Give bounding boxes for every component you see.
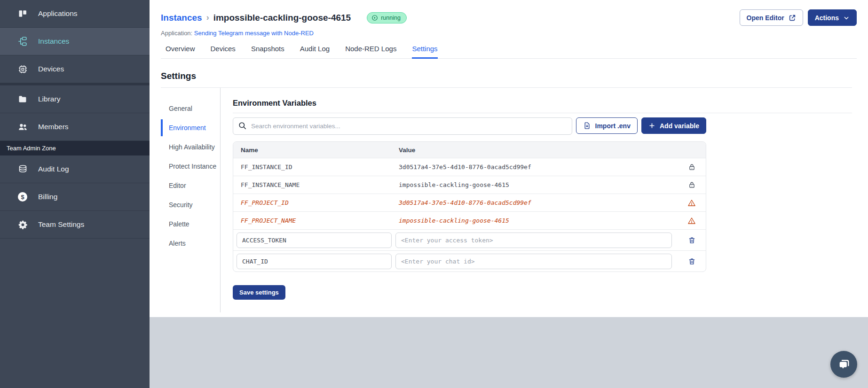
table-header: Name Value	[233, 142, 706, 158]
settings-nav-high-availability[interactable]: High Availability	[161, 139, 220, 155]
database-icon	[17, 164, 28, 174]
sidebar-item-instances[interactable]: Instances	[0, 28, 150, 55]
team-admin-zone-label: Team Admin Zone	[0, 141, 150, 155]
env-name-input[interactable]	[237, 254, 392, 269]
settings-nav-protect-instance[interactable]: Protect Instance	[161, 158, 220, 175]
applications-icon	[17, 8, 28, 19]
trash-icon	[688, 236, 696, 244]
delete-variable-button[interactable]	[687, 235, 697, 245]
settings-nav-palette[interactable]: Palette	[161, 216, 220, 233]
application-label: Application:	[161, 30, 192, 37]
billing-icon: $	[17, 192, 28, 202]
status-badge: running	[367, 12, 407, 23]
page-header: Instances › impossible-cackling-goose-46…	[150, 0, 868, 59]
sidebar-item-label: Library	[38, 95, 60, 103]
settings-nav-editor[interactable]: Editor	[161, 177, 220, 194]
tab-devices[interactable]: Devices	[211, 45, 236, 59]
warning-icon	[687, 199, 696, 207]
chevron-down-icon	[843, 15, 850, 21]
sidebar-item-audit-log[interactable]: Audit Log	[0, 155, 150, 183]
page-title: Settings	[161, 71, 852, 81]
sidebar-item-label: Team Settings	[38, 220, 84, 229]
table-row: FF_PROJECT_ID 3d0517a4-37e5-4d10-8776-0a…	[233, 194, 706, 211]
save-settings-button[interactable]: Save settings	[233, 285, 285, 300]
lock-icon	[688, 181, 696, 189]
sidebar-item-label: Billing	[38, 193, 57, 201]
application-link[interactable]: Sending Telegram message with Node-RED	[194, 30, 314, 37]
members-icon	[17, 122, 28, 132]
import-env-button[interactable]: Import .env	[576, 117, 638, 134]
settings-nav-security[interactable]: Security	[161, 196, 220, 213]
external-link-icon	[789, 14, 796, 22]
sidebar-item-label: Members	[38, 123, 69, 131]
env-name-input[interactable]	[237, 233, 392, 248]
sidebar: Applications Instances Devices Library	[0, 0, 150, 388]
table-row: FF_INSTANCE_NAME impossible-cackling-goo…	[233, 176, 706, 194]
sidebar-item-applications[interactable]: Applications	[0, 0, 150, 28]
divider	[233, 113, 852, 113]
section-title: Environment Variables	[233, 99, 852, 108]
env-value-input[interactable]	[395, 233, 672, 248]
trash-icon	[688, 257, 696, 265]
sidebar-item-members[interactable]: Members	[0, 113, 150, 141]
table-row: FF_INSTANCE_ID 3d0517a4-37e5-4d10-8776-0…	[233, 158, 706, 176]
add-variable-button[interactable]: Add variable	[641, 117, 706, 134]
env-name: FF_INSTANCE_ID	[233, 163, 399, 171]
instance-name: impossible-cackling-goose-4615	[213, 13, 351, 23]
tab-settings[interactable]: Settings	[412, 45, 437, 59]
env-value: 3d0517a4-37e5-4d10-8776-0acad5cd99ef	[399, 199, 678, 206]
search-input[interactable]	[233, 117, 572, 135]
env-value: impossible-cackling-goose-4615	[399, 181, 678, 188]
tab-overview[interactable]: Overview	[166, 45, 195, 59]
settings-content: Settings General Environment High Availa…	[150, 59, 868, 312]
column-header-name: Name	[233, 147, 399, 154]
settings-nav-general[interactable]: General	[161, 100, 220, 117]
env-name: FF_INSTANCE_NAME	[233, 181, 399, 188]
env-name: FF_PROJECT_NAME	[233, 217, 399, 224]
tab-audit-log[interactable]: Audit Log	[300, 45, 330, 59]
table-row: FF_PROJECT_NAME impossible-cackling-goos…	[233, 211, 706, 229]
warning-icon	[687, 217, 696, 225]
chat-widget-button[interactable]	[830, 351, 857, 378]
sidebar-item-label: Audit Log	[38, 165, 69, 173]
plus-icon	[648, 122, 655, 129]
column-header-value: Value	[399, 147, 678, 154]
chat-bubbles-icon	[837, 358, 851, 371]
sidebar-item-label: Devices	[38, 65, 64, 73]
sidebar-item-team-settings[interactable]: Team Settings	[0, 211, 150, 239]
instances-icon	[17, 36, 28, 47]
app-root: Applications Instances Devices Library	[0, 0, 868, 388]
sidebar-item-label: Instances	[38, 37, 69, 46]
search-icon	[238, 121, 247, 130]
lock-icon	[688, 163, 696, 171]
sidebar-item-library[interactable]: Library	[0, 85, 150, 113]
settings-nav-alerts[interactable]: Alerts	[161, 235, 220, 252]
actions-button[interactable]: Actions	[808, 9, 857, 26]
instance-tabs: Overview Devices Snapshots Audit Log Nod…	[161, 45, 857, 59]
delete-variable-button[interactable]	[687, 256, 697, 266]
env-value: 3d0517a4-37e5-4d10-8776-0acad5cd99ef	[399, 163, 678, 171]
breadcrumb-separator: ›	[206, 13, 209, 23]
table-row	[233, 250, 706, 272]
sidebar-item-label: Applications	[38, 9, 78, 18]
settings-nav-environment[interactable]: Environment	[161, 119, 220, 136]
env-value: impossible-cackling-goose-4615	[399, 217, 678, 224]
breadcrumb-instances-link[interactable]: Instances	[161, 13, 202, 23]
devices-icon	[17, 64, 28, 74]
env-value-input[interactable]	[395, 254, 672, 269]
open-editor-button[interactable]: Open Editor	[740, 9, 803, 26]
env-name: FF_PROJECT_ID	[233, 199, 399, 206]
file-download-icon	[583, 122, 591, 130]
settings-subnav: General Environment High Availability Pr…	[161, 88, 221, 312]
sidebar-item-devices[interactable]: Devices	[0, 55, 150, 83]
gear-icon	[17, 219, 28, 230]
table-row	[233, 229, 706, 250]
tab-node-red-logs[interactable]: Node-RED Logs	[345, 45, 396, 59]
tab-snapshots[interactable]: Snapshots	[251, 45, 284, 59]
play-circle-icon	[371, 15, 378, 21]
environment-panel: Environment Variables Import .env	[221, 88, 852, 312]
sidebar-item-billing[interactable]: $ Billing	[0, 183, 150, 211]
folder-icon	[17, 94, 28, 104]
main-content: Instances › impossible-cackling-goose-46…	[150, 0, 868, 317]
env-variables-table: Name Value FF_INSTANCE_ID 3d0517a4-37e5-…	[233, 141, 706, 272]
